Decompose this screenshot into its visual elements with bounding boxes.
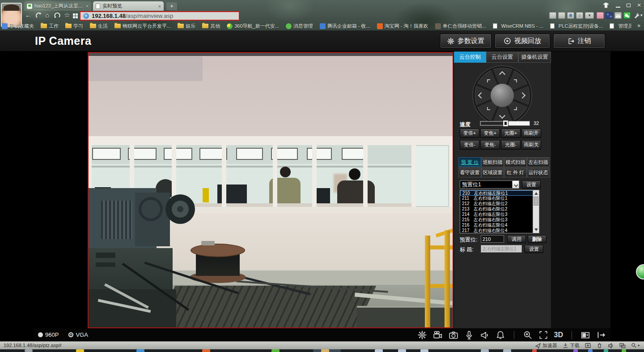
fn-tab-region[interactable]: 区域设置: [481, 167, 504, 177]
pan-downleft-icon[interactable]: [487, 107, 490, 110]
preset-list-item[interactable]: 213左右扫描右限位2: [460, 206, 539, 212]
pan-right-icon[interactable]: [519, 92, 525, 99]
scroll-thumb[interactable]: [534, 197, 538, 206]
title-input[interactable]: [481, 245, 522, 253]
preset-list-item[interactable]: 212左右扫描左限位2: [460, 201, 539, 206]
bookmark-item[interactable]: 学习: [65, 23, 83, 30]
trash-icon[interactable]: [597, 343, 602, 348]
resolution-960p[interactable]: 960P: [38, 331, 59, 338]
wrench-icon[interactable]: [633, 12, 640, 19]
undo-icon[interactable]: [54, 12, 61, 19]
collapse-arrow-icon[interactable]: [596, 330, 606, 340]
slider-thumb[interactable]: [503, 120, 508, 127]
bookmark-item[interactable]: PLC远程监控|设备...: [550, 23, 603, 30]
bookmarks-overflow-chevron[interactable]: »: [637, 22, 640, 29]
preset-list-item[interactable]: 211左右扫描右限位1: [460, 196, 539, 201]
bookmark-item[interactable]: 生活: [90, 23, 108, 30]
bookmark-item[interactable]: 360导航_新一代安...: [227, 23, 279, 30]
bookmark-item[interactable]: 物联网云平台开发平...: [114, 23, 171, 30]
preset-id-input[interactable]: [481, 235, 504, 243]
zoom-level-button[interactable]: ▾: [631, 343, 640, 348]
call-preset-button[interactable]: 调用: [507, 235, 526, 243]
browser-tab-hao123[interactable]: hao123_上网从这里开始 ×: [24, 1, 91, 11]
screenshot-icon[interactable]: [558, 12, 565, 19]
preset-list-item[interactable]: 210左右扫描左限位1: [460, 190, 539, 196]
tab-close-icon[interactable]: ×: [86, 4, 89, 9]
iris-minus-button[interactable]: 光圈-: [501, 140, 521, 150]
speaker-horn-icon[interactable]: [480, 330, 490, 340]
pink-extension-icon[interactable]: [597, 12, 604, 19]
focus-plus-button[interactable]: 变焦+: [480, 129, 500, 138]
accelerator-button[interactable]: 加速器: [535, 342, 557, 349]
focus-minus-button[interactable]: 变焦-: [480, 140, 500, 150]
bookmark-item[interactable]: WiseCRM NBS - ...: [493, 23, 543, 29]
scroll-down-icon[interactable]: [534, 228, 538, 231]
snapshot-camera-icon[interactable]: [449, 330, 458, 340]
speed-slider[interactable]: [480, 121, 530, 126]
preset-list-item[interactable]: 214左右扫描左限位3: [460, 212, 539, 217]
preset-list-item[interactable]: 215左右扫描右限位3: [460, 217, 539, 223]
pan-upright-icon[interactable]: [514, 79, 517, 82]
radio-icon[interactable]: [38, 332, 43, 337]
bookmark-item[interactable]: 手机收藏夹: [2, 23, 34, 30]
shirt-skin-icon[interactable]: [602, 2, 610, 9]
pan-upleft-icon[interactable]: [487, 79, 490, 82]
floating-assistant-ball[interactable]: [636, 264, 644, 279]
iris-plus-button[interactable]: 光圈+: [501, 129, 521, 138]
3d-position-button[interactable]: 3D: [554, 331, 563, 339]
fn-tab-guard[interactable]: 看守设置: [458, 167, 481, 177]
navy-extension-icon[interactable]: [606, 12, 613, 19]
fn-tab-pan-scan[interactable]: 左右扫描: [527, 157, 550, 167]
tab-ptz-settings[interactable]: 云台设置: [486, 52, 518, 63]
wrench-caret-icon[interactable]: ▾: [640, 13, 643, 17]
fn-tab-ir-light[interactable]: 红 外 灯: [504, 167, 527, 177]
fn-tab-run-status[interactable]: 运行状态: [527, 167, 550, 177]
bookmark-item[interactable]: 消息管理: [286, 23, 313, 30]
new-tab-button[interactable]: +: [166, 2, 177, 10]
close-icon[interactable]: ✕: [637, 2, 641, 9]
stream-settings-gear-icon[interactable]: [417, 330, 427, 340]
capture-icon[interactable]: [549, 12, 556, 19]
bookmark-item[interactable]: 其他: [202, 23, 220, 30]
preset-list-item[interactable]: 216左右扫描左限位4: [460, 223, 539, 228]
refresh-icon[interactable]: [35, 12, 42, 19]
pan-downright-icon[interactable]: [514, 107, 517, 110]
tab-close-icon[interactable]: ×: [158, 4, 161, 9]
wechat-icon[interactable]: [623, 12, 631, 19]
fn-tab-cruise-scan[interactable]: 巡航扫描: [481, 157, 504, 167]
pan-left-icon[interactable]: [478, 92, 484, 99]
bookmark-item[interactable]: 管理员登录: [610, 23, 631, 30]
speaker-icon[interactable]: [608, 343, 614, 349]
preset-set-button[interactable]: 设置: [522, 180, 541, 189]
dropdown-arrow-icon[interactable]: [512, 181, 519, 188]
scroll-up-icon[interactable]: [534, 192, 538, 195]
pan-up-icon[interactable]: [499, 71, 505, 77]
bookmark-item[interactable]: 腾讯企业邮箱 - 收...: [320, 23, 370, 30]
start-orb[interactable]: [25, 349, 33, 352]
zoom-in-icon[interactable]: [523, 330, 533, 340]
zoom-minus-button[interactable]: 变倍-: [460, 140, 479, 150]
alarm-bell-icon[interactable]: [496, 330, 505, 340]
fullscreen-icon[interactable]: [538, 330, 548, 340]
toolbar-dropdown-icon[interactable]: ▼: [585, 12, 594, 19]
playback-button[interactable]: 视频回放: [495, 34, 550, 48]
screens-icon[interactable]: [619, 343, 626, 349]
bookmark-item[interactable]: 工作: [41, 23, 59, 30]
windows-taskbar[interactable]: [0, 349, 644, 352]
browser-tab-live-preview[interactable]: 实时预览 ×: [93, 1, 164, 11]
title-set-button[interactable]: 设置: [525, 245, 543, 253]
pan-tilt-pad[interactable]: [473, 66, 531, 124]
tab-ptz-control[interactable]: 云台控制: [454, 52, 486, 63]
plus-box-icon[interactable]: [585, 343, 591, 349]
back-arrow-icon[interactable]: ←: [25, 11, 32, 19]
preset-list-item[interactable]: 217左右扫描右限位4: [460, 228, 539, 233]
bookmark-item[interactable]: 单仁合强移动营销...: [435, 23, 486, 30]
favorites-star-icon[interactable]: ☆: [64, 11, 70, 19]
zoom-plus-button[interactable]: 变倍+: [460, 129, 479, 138]
pan-down-icon[interactable]: [499, 112, 505, 119]
minimize-icon[interactable]: [616, 7, 620, 8]
address-bar[interactable]: + 192.168.1.48/asp/mainview.asp: [80, 11, 240, 21]
fn-tab-preset[interactable]: 预 置 位: [458, 157, 481, 167]
settings-button[interactable]: 参数设置: [441, 34, 491, 48]
preset-select[interactable]: 预置位1: [460, 180, 519, 189]
